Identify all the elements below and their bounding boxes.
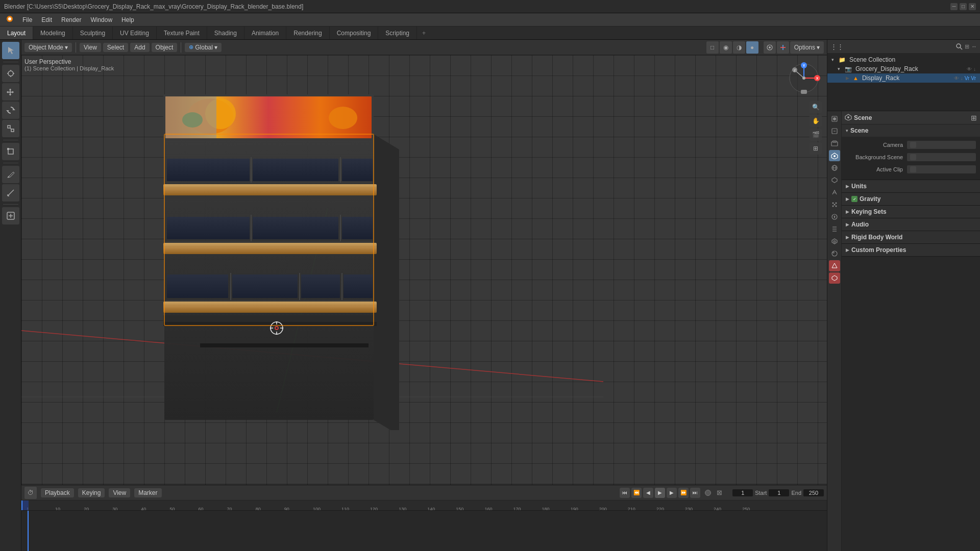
prop-material-tab[interactable]: [829, 248, 840, 259]
timeline-ruler[interactable]: 1 10 20 30 40 50 60 70 80 90 100 110 120…: [21, 500, 827, 511]
tab-compositing[interactable]: Compositing: [330, 27, 379, 39]
tab-modeling[interactable]: Modeling: [33, 27, 73, 39]
end-frame[interactable]: 250: [803, 489, 824, 496]
start-frame[interactable]: 1: [769, 489, 789, 496]
viewport-gizmo-toggle[interactable]: [777, 41, 789, 54]
playback-menu[interactable]: Playback: [41, 488, 74, 497]
timeline-type-icon[interactable]: ⏱: [24, 487, 37, 499]
sync-toggle[interactable]: ⊠: [717, 489, 722, 496]
prop-scene-tab[interactable]: [829, 150, 840, 161]
new-workspace-button[interactable]: +: [417, 27, 431, 39]
tab-layout[interactable]: Layout: [0, 27, 33, 39]
outliner-item-grocery-rack[interactable]: ▾ 📷 Grocery_Display_Rack 👁 ↓: [827, 64, 980, 73]
prop-shader-tab[interactable]: [829, 260, 840, 271]
outliner-filter-button[interactable]: ⊞: [965, 43, 969, 50]
camera-value[interactable]: [907, 141, 976, 149]
add-menu[interactable]: Add: [130, 43, 149, 52]
tool-cursor[interactable]: [2, 65, 19, 82]
audio-section-header[interactable]: ▶ Audio: [842, 218, 980, 231]
tab-animation[interactable]: Animation: [244, 27, 286, 39]
keying-menu[interactable]: Keying: [78, 488, 105, 497]
menu-blender[interactable]: [2, 14, 17, 25]
outliner-sync-button[interactable]: ↔: [971, 43, 977, 49]
view-menu[interactable]: View: [80, 43, 101, 52]
prev-keyframe-button[interactable]: ◀: [643, 488, 653, 498]
active-clip-value[interactable]: [907, 165, 976, 173]
viewport-shading-solid[interactable]: ◉: [720, 41, 732, 54]
jump-end-button[interactable]: ⏭: [690, 488, 700, 498]
tool-move[interactable]: [2, 83, 19, 101]
zoom-in-button[interactable]: 🔍: [810, 101, 822, 113]
properties-icon-sidebar: [827, 111, 842, 551]
tool-rotate[interactable]: [2, 102, 19, 119]
background-scene-value[interactable]: [907, 153, 976, 161]
close-button[interactable]: ✕: [969, 3, 976, 10]
next-keyframe-button[interactable]: ▶: [667, 488, 677, 498]
object-menu[interactable]: Object: [152, 43, 178, 52]
prop-constraints-tab[interactable]: [829, 223, 840, 235]
marker-menu[interactable]: Marker: [134, 488, 161, 497]
prop-physics-tab[interactable]: [829, 211, 840, 222]
current-frame[interactable]: 1: [732, 489, 753, 496]
props-search-button[interactable]: ⊞: [971, 114, 977, 122]
viewport-shading-lookdev[interactable]: ◑: [733, 41, 745, 54]
tab-uv-editing[interactable]: UV Editing: [113, 27, 157, 39]
prop-modifier-tab[interactable]: [829, 187, 840, 198]
prev-frame-button[interactable]: ⏪: [631, 488, 642, 498]
gravity-checkbox[interactable]: ✓: [851, 196, 857, 202]
play-button[interactable]: ▶: [655, 488, 665, 498]
render-region-button[interactable]: ⊞: [810, 142, 822, 155]
outliner-item-display-rack[interactable]: ▶ ▲ Display_Rack 👁 ↓ Vr Vr: [827, 73, 980, 83]
object-mode-dropdown[interactable]: Object Mode ▾: [24, 43, 72, 52]
viewport-shading-wireframe[interactable]: □: [706, 41, 719, 54]
prop-render-tab[interactable]: [829, 113, 840, 124]
menu-file[interactable]: File: [18, 15, 36, 24]
rigid-body-header[interactable]: ▶ Rigid Body World: [842, 231, 980, 243]
maximize-button[interactable]: □: [960, 3, 967, 10]
tool-select[interactable]: [2, 42, 19, 59]
jump-start-button[interactable]: ⏮: [620, 488, 630, 498]
tool-annotate[interactable]: [2, 166, 19, 183]
tab-sculpting[interactable]: Sculpting: [73, 27, 113, 39]
menu-render[interactable]: Render: [57, 15, 85, 24]
tab-scripting[interactable]: Scripting: [378, 27, 417, 39]
options-dropdown[interactable]: Options ▾: [790, 41, 824, 54]
prop-world-tab[interactable]: [829, 162, 840, 173]
camera-view-button[interactable]: 🎬: [810, 129, 822, 141]
outliner-icon: ⋮⋮: [830, 43, 844, 51]
tab-texture-paint[interactable]: Texture Paint: [157, 27, 207, 39]
timeline-content[interactable]: [21, 511, 827, 551]
menu-help[interactable]: Help: [117, 15, 138, 24]
next-frame-button[interactable]: ⏩: [678, 488, 689, 498]
view-menu-timeline[interactable]: View: [109, 488, 130, 497]
tool-measure[interactable]: [2, 184, 19, 202]
minimize-button[interactable]: ─: [950, 3, 958, 10]
outliner-item-scene-collection[interactable]: ▾ 📁 Scene Collection: [827, 55, 980, 64]
viewport-canvas[interactable]: User Perspective (1) Scene Collection | …: [21, 55, 827, 485]
custom-properties-header[interactable]: ▶ Custom Properties: [842, 244, 980, 256]
tab-shading[interactable]: Shading: [207, 27, 244, 39]
viewport-shading-rendered[interactable]: ●: [746, 41, 758, 54]
prop-data-tab[interactable]: [829, 236, 840, 247]
units-section-header[interactable]: ▶ Units: [842, 180, 980, 192]
tool-add[interactable]: [2, 207, 19, 224]
navigation-gizmo[interactable]: Y X Z: [786, 60, 822, 96]
prop-viewlayer-tab[interactable]: [829, 138, 840, 149]
tool-scale[interactable]: [2, 120, 19, 137]
prop-particles-tab[interactable]: [829, 199, 840, 210]
menu-window[interactable]: Window: [86, 15, 116, 24]
tool-transform[interactable]: [2, 143, 19, 160]
gravity-section-header[interactable]: ▶ ✓ Gravity: [842, 193, 980, 205]
menu-edit[interactable]: Edit: [37, 15, 56, 24]
pan-view-button[interactable]: ✋: [810, 115, 822, 127]
prop-objectdata-tab[interactable]: [829, 272, 840, 284]
select-menu[interactable]: Select: [103, 43, 128, 52]
prop-object-tab[interactable]: [829, 174, 840, 186]
tab-rendering[interactable]: Rendering: [286, 27, 329, 39]
loop-toggle[interactable]: [705, 490, 711, 496]
scene-section-header[interactable]: ▾ Scene: [842, 124, 980, 137]
prop-output-tab[interactable]: [829, 126, 840, 137]
keying-sets-header[interactable]: ▶ Keying Sets: [842, 206, 980, 218]
viewport-overlay-toggle[interactable]: [764, 41, 776, 54]
transform-space[interactable]: ⊕ Global ▾: [185, 43, 222, 52]
